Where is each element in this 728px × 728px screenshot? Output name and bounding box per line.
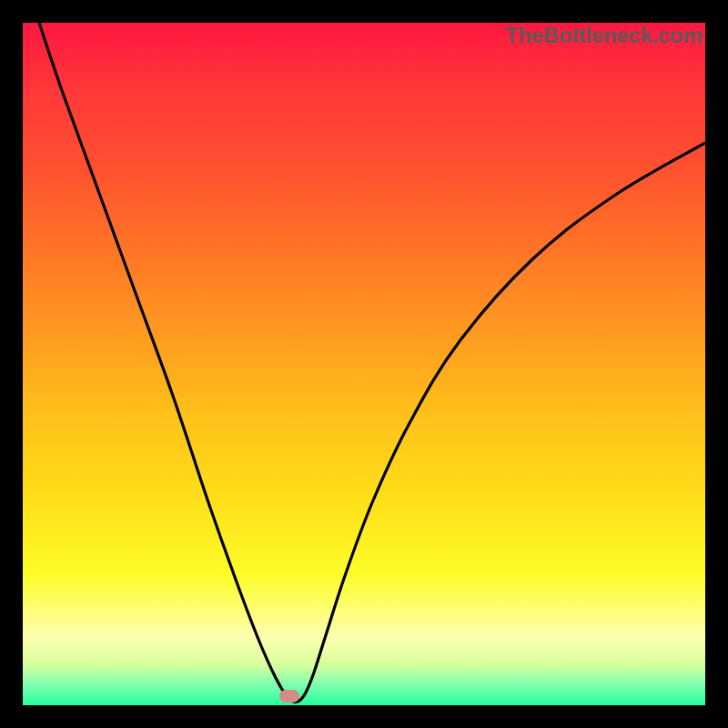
plot-area: TheBottleneck.com [23,23,705,705]
optimal-marker [279,690,299,703]
chart-frame: TheBottleneck.com [0,0,728,728]
curve-path [39,23,705,703]
attribution-text: TheBottleneck.com [506,23,703,48]
bottleneck-curve [23,23,705,705]
